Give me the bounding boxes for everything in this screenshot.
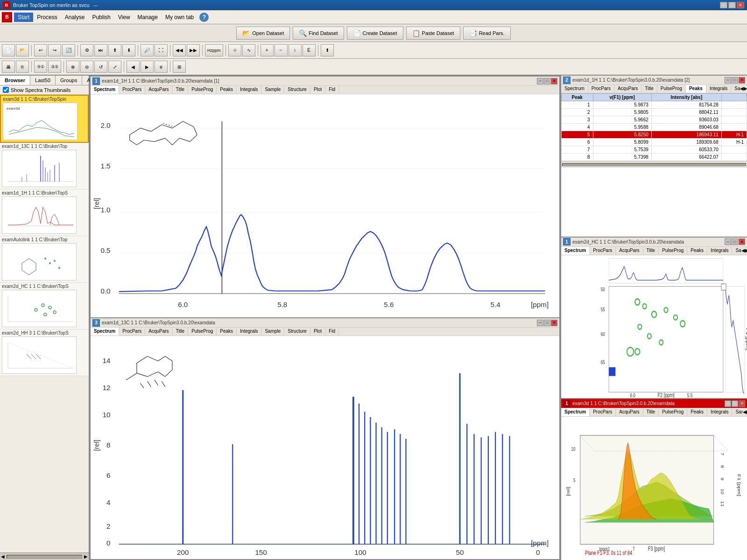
spec-tab-peaks-2[interactable]: Peaks: [686, 85, 706, 93]
tb-e-btn[interactable]: E: [303, 44, 316, 56]
peaks-row-7[interactable]: 7 5.7539 60533.70: [562, 146, 747, 154]
spec-minimize-2[interactable]: ─: [725, 77, 731, 84]
spec-tab-plot-3[interactable]: Plot: [310, 328, 325, 336]
tb-refresh-btn[interactable]: 🔄: [62, 44, 75, 56]
menu-publish[interactable]: Publish: [88, 13, 114, 22]
tb-wave-btn[interactable]: ∿: [242, 44, 255, 56]
tb2-step2-btn[interactable]: ③②: [48, 61, 61, 73]
help-button[interactable]: ?: [199, 13, 209, 22]
spec-tab-spectrum-2[interactable]: Spectrum: [561, 85, 588, 93]
tb2-grid-btn[interactable]: ⊞: [173, 61, 186, 73]
find-dataset-button[interactable]: 🔍 Find Dataset: [293, 27, 344, 40]
spec-tab-sa-2[interactable]: Sa◀▶: [731, 85, 747, 93]
tb2-print-btn[interactable]: 🖶: [2, 61, 15, 73]
spec-tab-pulseprog-1[interactable]: PulseProg: [188, 86, 217, 94]
spec-tab-peaks-3d[interactable]: Peaks: [687, 408, 707, 416]
spec-tab-spectrum-1[interactable]: Spectrum: [91, 86, 119, 94]
spec-tab-fid-1[interactable]: Fid: [325, 86, 339, 94]
spec-tab-spectrum-3d[interactable]: Spectrum: [561, 408, 590, 416]
tb2-copy-btn[interactable]: ⎘: [16, 61, 29, 73]
tb-down-btn[interactable]: ⬇: [122, 44, 135, 56]
spec-tab-sample-1[interactable]: Sample: [261, 86, 284, 94]
tb-updown-btn[interactable]: ↕: [289, 44, 302, 56]
sidebar-item-exam2d-hh[interactable]: exam2d_HH 3 1 C:\Bruker\TopS: [0, 329, 89, 376]
spec-tab-plot-1[interactable]: Plot: [310, 86, 325, 94]
spec-tab-pulseprog-3[interactable]: PulseProg: [188, 328, 217, 336]
spec-tab-peaks-1[interactable]: Peaks: [217, 86, 237, 94]
browser-tab-browser[interactable]: Browser: [0, 76, 30, 85]
menu-process[interactable]: Process: [33, 13, 61, 22]
tb-plus-btn[interactable]: +: [261, 44, 274, 56]
open-dataset-button[interactable]: 📂 Open Dataset: [236, 27, 290, 40]
tb2-zoom-in-btn[interactable]: ⊕: [66, 61, 79, 73]
spec-tab-procpars-3[interactable]: ProcPars: [119, 328, 145, 336]
spec-tab-structure-1[interactable]: Structure: [284, 86, 310, 94]
spec-tab-procpars-1[interactable]: ProcPars: [119, 86, 145, 94]
tb-undo-btn[interactable]: ↩: [34, 44, 47, 56]
spec-minimize-3d[interactable]: ─: [725, 400, 731, 407]
peaks-table-scrollbar[interactable]: [561, 161, 747, 168]
spec-tab-acqupars-3[interactable]: AcquPars: [145, 328, 172, 336]
spec-tab-peaks-2d[interactable]: Peaks: [687, 247, 707, 255]
spec-close-2[interactable]: ✕: [739, 77, 745, 84]
menu-start[interactable]: Start: [14, 13, 33, 22]
tb-redo-btn[interactable]: ↪: [48, 44, 61, 56]
create-dataset-button[interactable]: 📄 Create Dataset: [347, 27, 403, 40]
tb2-right-btn[interactable]: ▶: [141, 61, 154, 73]
read-pars-button[interactable]: 📑 Read Pars.: [463, 27, 511, 40]
menu-analyse[interactable]: Analyse: [61, 13, 89, 22]
spec-tab-acqupars-2d[interactable]: AcquPars: [616, 247, 643, 255]
spec-tab-integrals-2[interactable]: Integrals: [706, 85, 731, 93]
tb-nav-right-btn[interactable]: ▶▶: [187, 44, 200, 56]
sidebar-item-exam2d-hc[interactable]: exam2d_HC 1 1 C:\Bruker\TopS: [0, 283, 89, 329]
menu-myowntab[interactable]: My own tab: [162, 13, 197, 22]
tb2-step1-btn[interactable]: ③①: [34, 61, 47, 73]
tb-minus-btn[interactable]: −: [275, 44, 288, 56]
tb-process-btn[interactable]: ⚙: [80, 44, 93, 56]
spec-tab-integrals-3[interactable]: Integrals: [237, 328, 261, 336]
tb2-zoom-out-btn[interactable]: ⊖: [80, 61, 93, 73]
peaks-row-5[interactable]: 5 5.8250 186943.11 H-1: [562, 131, 747, 139]
spec-tab-integrals-2d[interactable]: Integrals: [707, 247, 732, 255]
sidebar-item-exam1d-13c[interactable]: exam1d_13C 1 1 C:\Bruker\Top: [0, 143, 89, 189]
tb-expand-btn[interactable]: ⛶: [155, 44, 168, 56]
spec-restore-3d[interactable]: □: [732, 400, 738, 407]
spec-tab-sar-3d[interactable]: Sar◀▶: [732, 408, 747, 416]
spec-close-1[interactable]: ✕: [551, 78, 557, 84]
tb-skip-btn[interactable]: ⏭: [94, 44, 107, 56]
peaks-row-2[interactable]: 2 5.9805 88042.11: [562, 109, 747, 116]
spec-tab-title-2[interactable]: Title: [641, 85, 657, 93]
browser-tab-groups[interactable]: Groups: [56, 76, 82, 85]
spec-close-3d[interactable]: ✕: [739, 400, 745, 407]
spec-restore-3[interactable]: □: [544, 320, 550, 326]
spec-tab-integrals-1[interactable]: Integrals: [237, 86, 261, 94]
spec-tab-procpars-2d[interactable]: ProcPars: [590, 247, 616, 255]
peaks-row-8[interactable]: 8 5.7398 66422.07: [562, 154, 747, 161]
spec-tab-acqupars-1[interactable]: AcquPars: [145, 86, 172, 94]
spec-tab-procpars-3d[interactable]: ProcPars: [590, 408, 616, 416]
peaks-row-1[interactable]: 1 5.9873 81754.28: [562, 101, 747, 109]
spec-tab-title-1[interactable]: Title: [173, 86, 189, 94]
sidebar-item-examautolink[interactable]: examAutolink 1 1 C:\Bruker\Top: [0, 236, 89, 283]
sidebar-scroll-left[interactable]: ◀: [1, 554, 5, 559]
spec-restore-2[interactable]: □: [732, 77, 738, 84]
browser-tab-last50[interactable]: Last50: [30, 76, 56, 85]
tb-cursor-btn[interactable]: ⊹: [228, 44, 241, 56]
spec-tab-peaks-3[interactable]: Peaks: [217, 328, 237, 336]
tb-nav-left-btn[interactable]: ◀◀: [173, 44, 186, 56]
paste-dataset-button[interactable]: 📋 Paste Dataset: [406, 27, 460, 40]
maximize-button[interactable]: □: [728, 2, 736, 8]
spec-tab-spectrum-3[interactable]: Spectrum: [91, 328, 119, 336]
spec-restore-2d[interactable]: □: [732, 238, 738, 245]
tb-new-btn[interactable]: 📄: [2, 44, 15, 56]
spec-close-3[interactable]: ✕: [551, 320, 557, 326]
tb2-undo2-btn[interactable]: ↺: [94, 61, 107, 73]
sidebar-item-exam3d[interactable]: exam3d 1 1 C:\Bruker\TopSpin exam3d: [0, 95, 89, 143]
spec-tab-title-3[interactable]: Title: [173, 328, 189, 336]
spec-tab-pulseprog-2d[interactable]: PulseProg: [659, 247, 687, 255]
spec-tab-title-3d[interactable]: Title: [643, 408, 659, 416]
spec-minimize-1[interactable]: ─: [537, 78, 543, 84]
sidebar-scrollbar[interactable]: ◀ ▶: [0, 553, 89, 560]
spec-tab-integrals-3d[interactable]: Integrals: [707, 408, 732, 416]
spec-close-2d[interactable]: ✕: [739, 238, 745, 245]
